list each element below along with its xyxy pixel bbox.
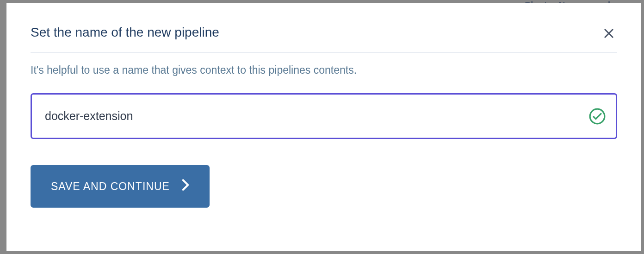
- save-and-continue-button[interactable]: SAVE AND CONTINUE: [31, 165, 210, 208]
- pipeline-name-input-wrap: [31, 93, 617, 139]
- check-circle-icon: [588, 108, 606, 125]
- modal-header: Set the name of the new pipeline: [31, 25, 617, 53]
- modal-title: Set the name of the new pipeline: [31, 25, 219, 40]
- close-icon: [602, 27, 615, 41]
- save-button-label: SAVE AND CONTINUE: [51, 180, 170, 193]
- pipeline-name-modal: Set the name of the new pipeline It's he…: [6, 3, 641, 251]
- pipeline-name-input[interactable]: [31, 93, 617, 139]
- svg-point-2: [590, 109, 605, 124]
- chevron-right-icon: [182, 179, 189, 194]
- modal-subtitle: It's helpful to use a name that gives co…: [31, 64, 617, 76]
- close-button[interactable]: [601, 25, 617, 43]
